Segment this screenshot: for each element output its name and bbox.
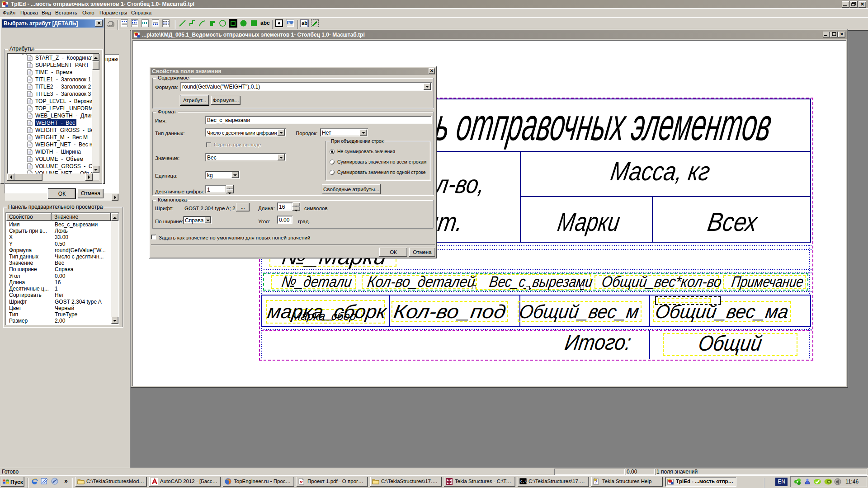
svg-text:C:\: C:\: [520, 479, 527, 483]
